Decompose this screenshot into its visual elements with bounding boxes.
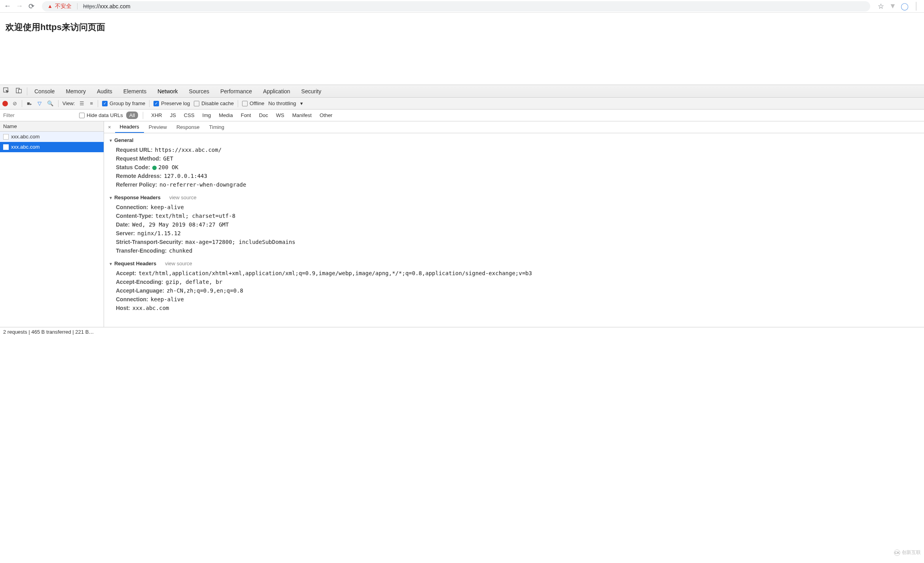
header-row: Transfer-Encoding:chunked	[104, 246, 924, 255]
request-row[interactable]: xxx.abc.com	[0, 132, 104, 142]
header-row: Status Code:200 OK	[104, 163, 924, 172]
header-row: Request URL:https://xxx.abc.com/	[104, 145, 924, 154]
status-footer: 2 requests | 465 B transferred | 221 B…	[0, 327, 924, 336]
separator	[238, 100, 238, 107]
section-header[interactable]: ▼Request Headersview source	[104, 258, 924, 269]
page-content: 欢迎使用https来访问页面	[0, 13, 924, 85]
disable-cache-checkbox[interactable]: Disable cache	[194, 100, 234, 106]
clear-icon[interactable]: ⊘	[12, 100, 18, 106]
request-name: xxx.abc.com	[11, 144, 40, 150]
tab-performance[interactable]: Performance	[215, 85, 258, 97]
section-header[interactable]: ▼General	[104, 135, 924, 145]
group-by-frame-checkbox[interactable]: ✓Group by frame	[102, 100, 145, 106]
record-icon[interactable]	[2, 101, 8, 106]
url-bar[interactable]: ▲ 不安全 https://xxx.abc.com	[42, 1, 870, 11]
separator	[98, 100, 98, 107]
header-key: Status Code:	[116, 164, 150, 170]
section-header[interactable]: ▼Response Headersview source	[104, 192, 924, 203]
menu-divider-icon: │	[912, 2, 921, 10]
detail-tab-timing[interactable]: Timing	[204, 121, 229, 133]
preserve-log-checkbox[interactable]: ✓Preserve log	[153, 100, 190, 106]
request-row[interactable]: xxx.abc.com	[0, 142, 104, 152]
forward-icon[interactable]: →	[15, 2, 24, 10]
request-detail: × HeadersPreviewResponseTiming ▼GeneralR…	[104, 121, 924, 327]
request-name: xxx.abc.com	[11, 134, 40, 140]
header-key: Server:	[116, 230, 135, 236]
separator	[149, 100, 150, 107]
tab-network[interactable]: Network	[152, 85, 183, 97]
view-source-link[interactable]: view source	[169, 195, 197, 200]
header-key: Request URL:	[116, 147, 153, 153]
close-icon[interactable]: ×	[104, 124, 115, 130]
section-request-headers: ▼Request Headersview sourceAccept:text/h…	[104, 257, 924, 314]
extension-v-icon[interactable]: ▼	[888, 2, 897, 10]
header-value: gzip, deflate, br	[166, 279, 222, 285]
detail-tab-response[interactable]: Response	[172, 121, 204, 133]
filter-type-xhr[interactable]: XHR	[148, 111, 165, 119]
filter-type-css[interactable]: CSS	[181, 111, 198, 119]
tab-sources[interactable]: Sources	[184, 85, 215, 97]
detail-tab-preview[interactable]: Preview	[144, 121, 172, 133]
header-key: Accept-Encoding:	[116, 279, 163, 285]
header-key: Connection:	[116, 204, 148, 210]
header-value: max-age=172800; includeSubDomains	[186, 239, 295, 245]
warning-icon: ▲	[47, 3, 53, 9]
view-source-link[interactable]: view source	[165, 261, 192, 266]
tab-application[interactable]: Application	[258, 85, 296, 97]
offline-checkbox[interactable]: Offline	[242, 100, 264, 106]
filter-type-doc[interactable]: Doc	[256, 111, 271, 119]
section-general: ▼GeneralRequest URL:https://xxx.abc.com/…	[104, 133, 924, 191]
header-value: chunked	[169, 247, 192, 254]
tab-elements[interactable]: Elements	[118, 85, 152, 97]
header-key: Referrer Policy:	[116, 181, 157, 188]
device-icon[interactable]	[13, 87, 25, 95]
filter-type-ws[interactable]: WS	[273, 111, 288, 119]
reload-icon[interactable]: ⟳	[27, 2, 36, 11]
header-row: Remote Address:127.0.0.1:443	[104, 172, 924, 180]
detail-tabs: × HeadersPreviewResponseTiming	[104, 121, 924, 133]
header-key: Transfer-Encoding:	[116, 247, 167, 254]
network-toolbar: ⊘ ■▸ ▽ 🔍 View: ☰ ≡ ✓Group by frame ✓Pres…	[0, 98, 924, 110]
tab-audits[interactable]: Audits	[91, 85, 118, 97]
devtools-tabs: ConsoleMemoryAuditsElementsNetworkSource…	[0, 85, 924, 98]
separator	[58, 100, 59, 107]
filter-type-all[interactable]: All	[126, 111, 138, 119]
search-icon[interactable]: 🔍	[46, 100, 54, 106]
hide-data-urls-checkbox[interactable]: Hide data URLs	[79, 112, 123, 118]
back-icon[interactable]: ←	[3, 2, 12, 10]
security-label: 不安全	[55, 3, 72, 10]
tab-memory[interactable]: Memory	[60, 85, 91, 97]
filter-type-font[interactable]: Font	[238, 111, 254, 119]
header-row: Referrer Policy:no-referrer-when-downgra…	[104, 180, 924, 189]
camera-icon[interactable]: ■▸	[26, 100, 33, 106]
filter-type-media[interactable]: Media	[216, 111, 236, 119]
filter-input[interactable]	[0, 110, 79, 121]
view-list-icon[interactable]: ☰	[79, 100, 85, 106]
star-icon[interactable]: ☆	[877, 2, 885, 11]
header-row: Date:Wed, 29 May 2019 08:47:27 GMT	[104, 220, 924, 229]
filter-type-js[interactable]: JS	[167, 111, 179, 119]
detail-tab-headers[interactable]: Headers	[115, 121, 144, 133]
header-value: 200 OK	[152, 164, 178, 170]
header-row: Connection:keep-alive	[104, 295, 924, 304]
throttling-select[interactable]: No throttling ▾	[268, 100, 303, 106]
filter-type-manifest[interactable]: Manifest	[289, 111, 315, 119]
header-key: Accept-Language:	[116, 287, 164, 294]
extension-circle-icon[interactable]: ◯	[900, 2, 909, 11]
tab-console[interactable]: Console	[29, 85, 60, 97]
triangle-down-icon: ▼	[109, 196, 113, 200]
header-key: Accept:	[116, 270, 136, 276]
filter-type-img[interactable]: Img	[199, 111, 214, 119]
header-key: Remote Address:	[116, 173, 161, 179]
header-value: xxx.abc.com	[133, 305, 169, 311]
inspect-icon[interactable]	[0, 87, 13, 95]
separator	[22, 100, 22, 107]
filter-icon[interactable]: ▽	[37, 100, 42, 106]
triangle-down-icon: ▼	[109, 262, 113, 266]
header-row: Accept:text/html,application/xhtml+xml,a…	[104, 269, 924, 278]
view-label: View:	[62, 100, 75, 106]
filter-type-other[interactable]: Other	[316, 111, 336, 119]
view-waterfall-icon[interactable]: ≡	[89, 100, 94, 106]
tab-security[interactable]: Security	[296, 85, 327, 97]
url-text: https://xxx.abc.com	[83, 3, 131, 9]
